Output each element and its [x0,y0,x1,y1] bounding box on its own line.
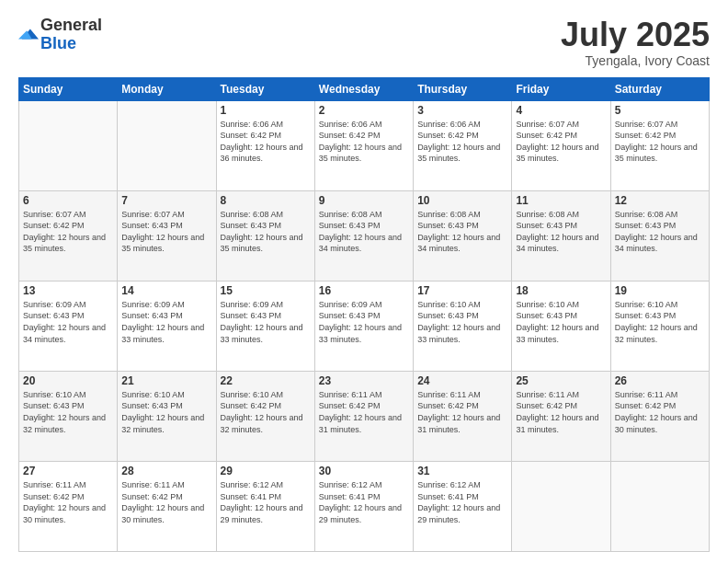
table-row: 22Sunrise: 6:10 AM Sunset: 6:42 PM Dayli… [216,371,314,461]
day-number: 8 [221,194,311,207]
day-number: 12 [615,194,705,207]
table-row: 30Sunrise: 6:12 AM Sunset: 6:41 PM Dayli… [314,461,413,551]
day-info: Sunrise: 6:10 AM Sunset: 6:43 PM Dayligh… [417,299,507,345]
day-info: Sunrise: 6:07 AM Sunset: 6:43 PM Dayligh… [121,209,211,255]
day-number: 1 [221,104,311,117]
table-row: 2Sunrise: 6:06 AM Sunset: 6:42 PM Daylig… [314,100,413,190]
col-tuesday: Tuesday [216,77,314,100]
day-number: 22 [221,374,311,387]
day-info: Sunrise: 6:09 AM Sunset: 6:43 PM Dayligh… [319,299,409,345]
day-info: Sunrise: 6:07 AM Sunset: 6:42 PM Dayligh… [615,119,705,165]
table-row: 6Sunrise: 6:07 AM Sunset: 6:42 PM Daylig… [19,190,118,281]
logo-blue-text: Blue [40,34,76,52]
day-info: Sunrise: 6:06 AM Sunset: 6:42 PM Dayligh… [319,119,409,165]
header: General Blue July 2025 Tyengala, Ivory C… [18,17,710,68]
table-row: 14Sunrise: 6:09 AM Sunset: 6:43 PM Dayli… [118,281,216,371]
day-info: Sunrise: 6:09 AM Sunset: 6:43 PM Dayligh… [23,299,113,345]
day-number: 4 [516,104,606,117]
table-row: 5Sunrise: 6:07 AM Sunset: 6:42 PM Daylig… [610,100,709,190]
day-number: 2 [319,104,409,117]
table-row: 19Sunrise: 6:10 AM Sunset: 6:43 PM Dayli… [610,281,709,371]
day-number: 10 [417,194,507,207]
col-sunday: Sunday [19,77,118,100]
day-number: 29 [221,465,311,477]
day-number: 31 [417,465,507,477]
day-info: Sunrise: 6:11 AM Sunset: 6:42 PM Dayligh… [319,389,409,435]
day-info: Sunrise: 6:10 AM Sunset: 6:43 PM Dayligh… [121,389,211,435]
table-row: 21Sunrise: 6:10 AM Sunset: 6:43 PM Dayli… [118,371,216,461]
col-wednesday: Wednesday [314,77,413,100]
day-info: Sunrise: 6:10 AM Sunset: 6:43 PM Dayligh… [516,299,606,345]
day-info: Sunrise: 6:08 AM Sunset: 6:43 PM Dayligh… [417,209,507,255]
col-monday: Monday [118,77,216,100]
col-saturday: Saturday [610,77,709,100]
table-row: 13Sunrise: 6:09 AM Sunset: 6:43 PM Dayli… [19,281,118,371]
table-row: 28Sunrise: 6:11 AM Sunset: 6:42 PM Dayli… [118,461,216,551]
table-row: 15Sunrise: 6:09 AM Sunset: 6:43 PM Dayli… [216,281,314,371]
table-row: 23Sunrise: 6:11 AM Sunset: 6:42 PM Dayli… [314,371,413,461]
calendar-week-row: 1Sunrise: 6:06 AM Sunset: 6:42 PM Daylig… [19,100,710,190]
day-info: Sunrise: 6:07 AM Sunset: 6:42 PM Dayligh… [516,119,606,165]
day-number: 24 [417,374,507,387]
day-info: Sunrise: 6:11 AM Sunset: 6:42 PM Dayligh… [615,389,705,435]
logo-icon [18,24,39,44]
table-row: 17Sunrise: 6:10 AM Sunset: 6:43 PM Dayli… [414,281,512,371]
table-row [118,100,216,190]
table-row: 11Sunrise: 6:08 AM Sunset: 6:43 PM Dayli… [512,190,610,281]
day-number: 16 [319,284,409,297]
day-number: 14 [121,284,211,297]
day-info: Sunrise: 6:10 AM Sunset: 6:43 PM Dayligh… [23,389,113,435]
day-number: 3 [417,104,507,117]
day-info: Sunrise: 6:11 AM Sunset: 6:42 PM Dayligh… [23,479,113,525]
col-thursday: Thursday [414,77,512,100]
table-row [19,100,118,190]
table-row [610,461,709,551]
day-info: Sunrise: 6:09 AM Sunset: 6:43 PM Dayligh… [221,299,311,345]
day-number: 30 [319,465,409,477]
day-number: 23 [319,374,409,387]
day-info: Sunrise: 6:06 AM Sunset: 6:42 PM Dayligh… [221,119,311,165]
day-info: Sunrise: 6:12 AM Sunset: 6:41 PM Dayligh… [319,479,409,525]
day-info: Sunrise: 6:06 AM Sunset: 6:42 PM Dayligh… [417,119,507,165]
table-row: 26Sunrise: 6:11 AM Sunset: 6:42 PM Dayli… [610,371,709,461]
month-title: July 2025 [561,17,710,53]
day-info: Sunrise: 6:09 AM Sunset: 6:43 PM Dayligh… [121,299,211,345]
day-number: 20 [23,374,113,387]
title-block: July 2025 Tyengala, Ivory Coast [561,17,710,68]
day-info: Sunrise: 6:07 AM Sunset: 6:42 PM Dayligh… [23,209,113,255]
table-row: 10Sunrise: 6:08 AM Sunset: 6:43 PM Dayli… [414,190,512,281]
day-info: Sunrise: 6:11 AM Sunset: 6:42 PM Dayligh… [417,389,507,435]
day-number: 25 [516,374,606,387]
table-row: 12Sunrise: 6:08 AM Sunset: 6:43 PM Dayli… [610,190,709,281]
calendar-week-row: 20Sunrise: 6:10 AM Sunset: 6:43 PM Dayli… [19,371,710,461]
logo: General Blue [18,17,102,53]
calendar-table: Sunday Monday Tuesday Wednesday Thursday… [18,77,710,552]
table-row [512,461,610,551]
table-row: 31Sunrise: 6:12 AM Sunset: 6:41 PM Dayli… [414,461,512,551]
day-info: Sunrise: 6:08 AM Sunset: 6:43 PM Dayligh… [516,209,606,255]
table-row: 7Sunrise: 6:07 AM Sunset: 6:43 PM Daylig… [118,190,216,281]
table-row: 16Sunrise: 6:09 AM Sunset: 6:43 PM Dayli… [314,281,413,371]
day-number: 19 [615,284,705,297]
table-row: 29Sunrise: 6:12 AM Sunset: 6:41 PM Dayli… [216,461,314,551]
table-row: 24Sunrise: 6:11 AM Sunset: 6:42 PM Dayli… [414,371,512,461]
table-row: 27Sunrise: 6:11 AM Sunset: 6:42 PM Dayli… [19,461,118,551]
day-number: 21 [121,374,211,387]
table-row: 18Sunrise: 6:10 AM Sunset: 6:43 PM Dayli… [512,281,610,371]
page: General Blue July 2025 Tyengala, Ivory C… [0,0,728,563]
day-number: 26 [615,374,705,387]
day-info: Sunrise: 6:12 AM Sunset: 6:41 PM Dayligh… [417,479,507,525]
day-info: Sunrise: 6:10 AM Sunset: 6:42 PM Dayligh… [221,389,311,435]
location: Tyengala, Ivory Coast [561,53,710,68]
day-number: 13 [23,284,113,297]
day-number: 7 [121,194,211,207]
day-info: Sunrise: 6:12 AM Sunset: 6:41 PM Dayligh… [221,479,311,525]
calendar-week-row: 27Sunrise: 6:11 AM Sunset: 6:42 PM Dayli… [19,461,710,551]
day-number: 28 [121,465,211,477]
col-friday: Friday [512,77,610,100]
day-info: Sunrise: 6:08 AM Sunset: 6:43 PM Dayligh… [319,209,409,255]
day-number: 15 [221,284,311,297]
day-number: 5 [615,104,705,117]
day-number: 9 [319,194,409,207]
day-info: Sunrise: 6:08 AM Sunset: 6:43 PM Dayligh… [615,209,705,255]
